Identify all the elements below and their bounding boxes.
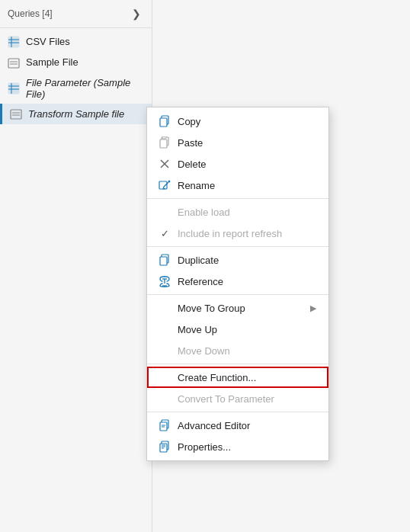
query-label-file-parameter: File Parameter (Sample File) (26, 77, 144, 100)
menu-item-rename[interactable]: Rename (147, 175, 328, 196)
menu-item-copy[interactable]: Copy (147, 111, 328, 132)
enable-load-label: Enable load (178, 207, 230, 218)
delete-label: Delete (178, 159, 207, 170)
query-item-sample-file[interactable]: Sample File (0, 52, 152, 72)
svg-rect-4 (8, 59, 19, 68)
menu-item-delete[interactable]: Delete (147, 153, 328, 175)
move-to-group-label: Move To Group (178, 303, 245, 314)
rename-icon (156, 179, 173, 191)
collapse-button[interactable]: ❯ (129, 6, 144, 21)
menu-item-enable-load: Enable load (147, 201, 328, 223)
reference-label: Reference (178, 276, 223, 287)
query-item-file-parameter[interactable]: File Parameter (Sample File) (0, 73, 152, 104)
rename-label: Rename (178, 180, 215, 191)
query-icon-sample (8, 56, 20, 69)
menu-item-duplicate[interactable]: Duplicate (147, 249, 328, 271)
queries-title: Queries [4] (8, 8, 53, 19)
menu-item-move-down: Move Down (147, 340, 328, 361)
svg-rect-7 (8, 83, 19, 94)
duplicate-icon (156, 254, 173, 266)
properties-icon (156, 441, 173, 453)
include-report-check: ✓ (156, 228, 173, 239)
query-icon-csv (8, 35, 20, 48)
menu-item-move-up[interactable]: Move Up (147, 319, 328, 340)
copy-icon (156, 115, 173, 127)
svg-rect-18 (162, 136, 166, 139)
svg-rect-17 (160, 139, 167, 148)
move-down-label: Move Down (178, 345, 230, 357)
advanced-editor-icon (156, 419, 173, 431)
create-function-label: Create Function... (178, 372, 256, 383)
queries-header: Queries [4] ❯ (0, 0, 152, 28)
query-item-csv-files[interactable]: CSV Files (0, 31, 152, 52)
query-label-transform: Transform Sample file (28, 108, 124, 120)
move-up-label: Move Up (178, 324, 217, 335)
menu-item-create-function[interactable]: Create Function... (147, 367, 328, 388)
query-icon-file-param (8, 82, 20, 95)
menu-item-paste[interactable]: Paste (147, 132, 328, 153)
properties-label: Properties... (178, 441, 231, 453)
paste-label: Paste (178, 137, 203, 149)
svg-rect-27 (160, 257, 167, 265)
convert-to-param-label: Convert To Parameter (178, 393, 274, 405)
menu-item-advanced-editor[interactable]: Advanced Editor (147, 415, 328, 436)
copy-label: Copy (178, 116, 200, 127)
separator-1 (147, 198, 328, 199)
context-menu: Copy Paste Delete (146, 107, 329, 461)
duplicate-label: Duplicate (178, 255, 219, 266)
separator-4 (147, 364, 328, 364)
query-icon-transform (10, 107, 22, 120)
queries-list: CSV Files Sample File (0, 28, 152, 127)
include-report-label: Include in report refresh (178, 228, 282, 239)
separator-2 (147, 246, 328, 247)
svg-rect-0 (8, 37, 19, 47)
separator-3 (147, 294, 328, 295)
queries-panel: Queries [4] ❯ CSV Files (0, 0, 152, 532)
svg-rect-15 (160, 118, 167, 127)
menu-item-include-report: ✓ Include in report refresh (147, 223, 328, 244)
menu-item-move-to-group[interactable]: Move To Group ▶ (147, 297, 328, 319)
main-panel: Queries [4] ❯ CSV Files (0, 0, 410, 532)
menu-item-properties[interactable]: Properties... (147, 436, 328, 457)
query-label-sample-file: Sample File (26, 56, 78, 68)
menu-item-convert-to-param: Convert To Parameter (147, 388, 328, 409)
menu-item-reference[interactable]: Reference (147, 271, 328, 292)
submenu-arrow: ▶ (310, 303, 316, 313)
query-item-transform-sample[interactable]: Transform Sample file (0, 104, 152, 124)
paste-icon (156, 136, 173, 149)
query-label-csv-files: CSV Files (26, 36, 70, 47)
svg-rect-11 (11, 110, 21, 119)
reference-icon (156, 275, 173, 287)
delete-icon (156, 158, 173, 170)
advanced-editor-label: Advanced Editor (178, 420, 250, 431)
separator-5 (147, 412, 328, 412)
